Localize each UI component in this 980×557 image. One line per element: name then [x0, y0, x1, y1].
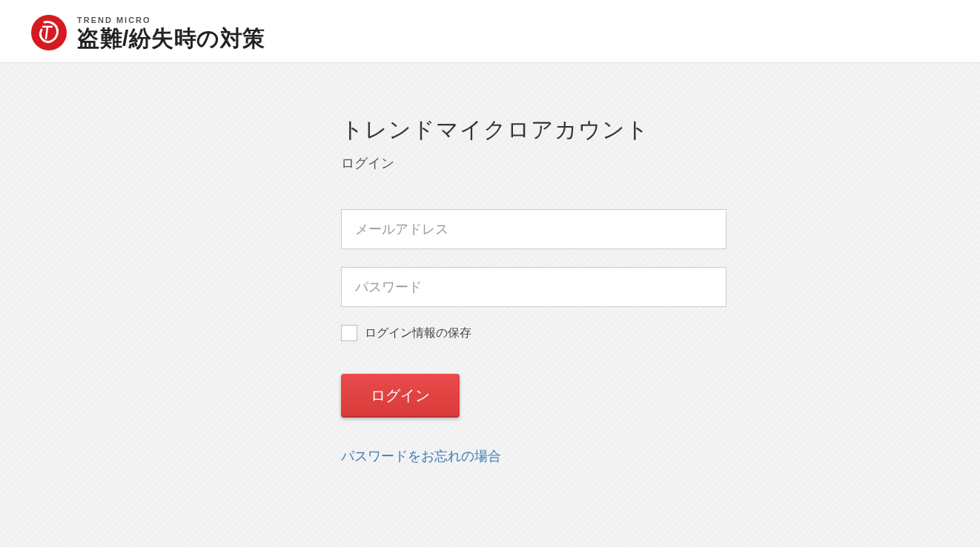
forgot-password-link[interactable]: パスワードをお忘れの場合 [341, 449, 501, 464]
email-field[interactable] [341, 209, 726, 249]
svg-point-0 [31, 15, 67, 50]
login-button[interactable]: ログイン [341, 374, 460, 418]
app-title: 盗難/紛失時の対策 [77, 27, 265, 50]
login-heading: トレンドマイクロアカウント [341, 115, 726, 145]
login-form: トレンドマイクロアカウント ログイン ログイン情報の保存 ログイン パスワードを… [341, 115, 726, 465]
header: TREND MICRO 盗難/紛失時の対策 [0, 0, 980, 63]
brand-name: TREND MICRO [77, 16, 265, 24]
content-area: トレンドマイクロアカウント ログイン ログイン情報の保存 ログイン パスワードを… [0, 63, 980, 547]
password-field[interactable] [341, 267, 726, 307]
remember-checkbox[interactable] [341, 325, 357, 341]
remember-label: ログイン情報の保存 [365, 326, 471, 341]
brand-logo-icon [30, 13, 68, 52]
login-subheading: ログイン [341, 154, 726, 172]
